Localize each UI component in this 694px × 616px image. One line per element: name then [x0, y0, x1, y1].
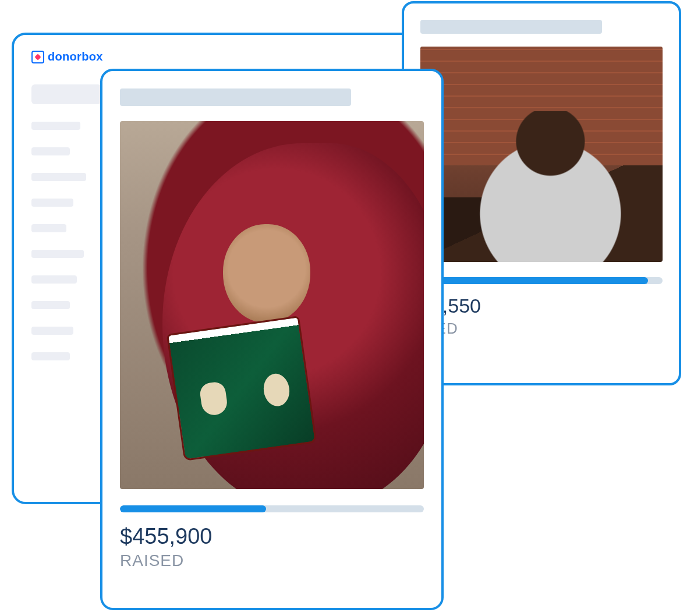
amount-raised: 89,550 [420, 295, 663, 317]
raised-label: ISED [420, 320, 663, 338]
brand-name: donorbox [48, 50, 103, 63]
raised-label: RAISED [120, 551, 424, 570]
sidebar-item[interactable] [31, 301, 70, 309]
campaign-image [120, 121, 424, 489]
progress-bar [420, 277, 663, 284]
sidebar-item[interactable] [31, 147, 70, 155]
campaign-image [420, 47, 663, 262]
heart-icon [34, 54, 41, 60]
sidebar-item[interactable] [31, 173, 86, 181]
sidebar-item-active[interactable] [31, 84, 101, 104]
brand-logo: donorbox [31, 50, 423, 63]
logo-box-icon [31, 51, 44, 63]
sidebar-item[interactable] [31, 122, 80, 130]
progress-fill [120, 505, 266, 512]
campaign-title-placeholder [120, 88, 351, 106]
amount-raised: $455,900 [120, 524, 424, 549]
campaign-title-placeholder [420, 20, 602, 34]
sidebar-item[interactable] [31, 224, 66, 232]
sidebar-item[interactable] [31, 327, 73, 335]
progress-fill [420, 277, 648, 284]
progress-bar [120, 505, 424, 512]
sidebar-item[interactable] [31, 352, 70, 360]
campaign-card-secondary[interactable]: 89,550 ISED [402, 1, 681, 385]
sidebar-item[interactable] [31, 250, 84, 258]
sidebar-item[interactable] [31, 199, 73, 207]
sidebar-item[interactable] [31, 275, 77, 284]
campaign-card-primary[interactable]: $455,900 RAISED [100, 69, 444, 610]
sidebar [31, 84, 101, 486]
